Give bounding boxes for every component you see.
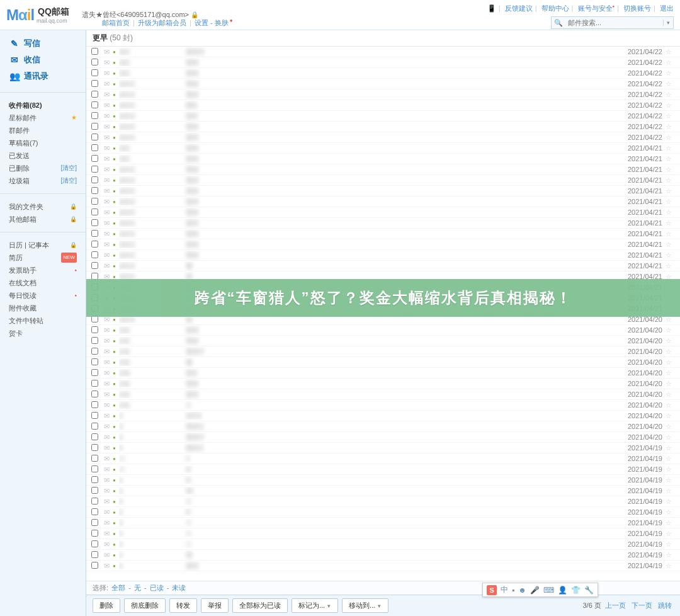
btn-delete[interactable]: 删除 <box>93 598 120 613</box>
row-checkbox[interactable] <box>91 155 98 162</box>
row-checkbox[interactable] <box>91 123 98 130</box>
search-dropdown-icon[interactable]: ▾ <box>663 20 673 26</box>
folder-item[interactable]: 文件中转站 <box>0 314 86 327</box>
ime-keyboard-icon[interactable]: ⌨ <box>543 586 554 595</box>
row-checkbox[interactable] <box>91 498 98 505</box>
mail-row[interactable]: ✉ ● y 晋M 2021/04/19 ☆ <box>86 561 680 571</box>
sel-unread[interactable]: 未读 <box>172 584 186 591</box>
row-checkbox[interactable] <box>91 241 98 248</box>
mail-row[interactable]: ✉ ● y ts 晋M 2021/04/20 ☆ <box>86 336 680 346</box>
mail-row[interactable]: ✉ ● y 2021/04/19 ☆ <box>86 539 680 550</box>
mail-row[interactable]: ✉ ● ycc s 晋M 2021/04/21 ☆ <box>86 250 680 261</box>
mail-row[interactable]: ✉ ● ycc s 晋H 2021/04/22 ☆ <box>86 111 680 122</box>
row-checkbox[interactable] <box>91 562 98 569</box>
star-icon[interactable]: ☆ <box>662 69 675 77</box>
mail-row[interactable]: ✉ ● ycc s 晋M 2021/04/21 ☆ <box>86 229 680 239</box>
star-icon[interactable]: ☆ <box>662 208 675 217</box>
star-icon[interactable]: ☆ <box>662 337 675 345</box>
btn-markas[interactable]: 标记为...▼ <box>292 598 338 613</box>
star-icon[interactable]: ☆ <box>662 551 675 559</box>
mail-row[interactable]: ✉ ● y 晋 2021/04/19 ☆ <box>86 550 680 561</box>
row-checkbox[interactable] <box>91 519 98 526</box>
mail-row[interactable]: ✉ ● ycc 晋M 2021/04/22 ☆ <box>86 68 680 79</box>
row-checkbox[interactable] <box>91 433 98 440</box>
folder-item[interactable]: 星标邮件★ <box>0 111 86 124</box>
mail-row[interactable]: ✉ ● ycc s 晋M 2021/04/21 ☆ <box>86 239 680 250</box>
mail-row[interactable]: ✉ ● y ts 晋M 2021/04/20 ☆ <box>86 389 680 400</box>
row-checkbox[interactable] <box>91 487 98 494</box>
folder-item[interactable]: 每日悦读● <box>0 289 86 302</box>
row-checkbox[interactable] <box>91 530 98 537</box>
mail-row[interactable]: ✉ ● ycc s 晋M 2021/04/22 ☆ <box>86 79 680 89</box>
star-icon[interactable]: ☆ <box>662 144 675 152</box>
link-upgrade[interactable]: 升级为邮箱会员 <box>138 19 186 26</box>
sel-read[interactable]: 已读 <box>150 584 164 591</box>
ime-face-icon[interactable]: ☻ <box>518 586 526 595</box>
star-icon[interactable]: ☆ <box>662 391 675 399</box>
ime-zhong[interactable]: 中 <box>501 585 508 595</box>
link-security[interactable]: 账号与安全 <box>578 4 613 12</box>
row-checkbox[interactable] <box>91 134 98 140</box>
side-action[interactable]: ✉收信 <box>0 52 86 68</box>
star-icon[interactable]: ☆ <box>662 455 675 463</box>
mail-row[interactable]: ✉ ● y ts 晋M 7 2021/04/20 ☆ <box>86 346 680 357</box>
link-home[interactable]: 邮箱首页 <box>102 19 130 26</box>
ime-toolbar[interactable]: S 中 ▪ ☻ 🎤 ⌨ 👤 👕 🔧 <box>482 583 598 597</box>
folder-item[interactable]: 垃圾箱[清空] <box>0 174 86 187</box>
row-checkbox[interactable] <box>91 326 98 333</box>
mail-row[interactable]: ✉ ● y ts 晋A 2021/04/20 ☆ <box>86 368 680 379</box>
star-icon[interactable]: ☆ <box>662 412 675 420</box>
folder-item[interactable]: 群邮件 <box>0 124 86 137</box>
mail-row[interactable]: ✉ ● ycc s 晋M 2021/04/21 ☆ <box>86 207 680 218</box>
mail-row[interactable]: ✉ ● ycc s 晋M 2021/04/22 ☆ <box>86 132 680 143</box>
mail-row[interactable]: ✉ ● ycc s 晋M 2021/04/21 ☆ <box>86 175 680 186</box>
row-checkbox[interactable] <box>91 476 98 483</box>
link-switch[interactable]: 切换账号 <box>623 4 651 12</box>
star-icon[interactable]: ☆ <box>662 112 675 120</box>
clear-link[interactable]: [清空] <box>60 176 77 186</box>
mail-row[interactable]: ✉ ● y D 2021/04/19 ☆ <box>86 475 680 486</box>
star-icon[interactable]: ☆ <box>662 498 675 506</box>
row-checkbox[interactable] <box>91 91 98 98</box>
star-icon[interactable]: ☆ <box>662 91 675 99</box>
row-checkbox[interactable] <box>91 508 98 515</box>
star-icon[interactable]: ☆ <box>662 166 675 174</box>
star-icon[interactable]: ☆ <box>662 326 675 334</box>
row-checkbox[interactable] <box>91 69 98 76</box>
row-checkbox[interactable] <box>91 80 98 87</box>
mail-row[interactable]: ✉ ● ycc s 晋M 2021/04/22 ☆ <box>86 122 680 132</box>
mail-row[interactable]: ✉ ● y 95 2021/04/19 ☆ <box>86 486 680 496</box>
row-checkbox[interactable] <box>91 166 98 173</box>
star-icon[interactable]: ☆ <box>662 219 675 227</box>
mail-row[interactable]: ✉ ● s JIY 5 2021/04/20 ☆ <box>86 411 680 421</box>
row-checkbox[interactable] <box>91 412 98 419</box>
folder-item[interactable]: 已发送 <box>0 149 86 162</box>
row-checkbox[interactable] <box>91 176 98 183</box>
star-icon[interactable]: ☆ <box>662 187 675 195</box>
row-checkbox[interactable] <box>91 380 98 387</box>
star-icon[interactable]: ☆ <box>662 508 675 516</box>
sel-none[interactable]: 无 <box>134 584 141 591</box>
row-checkbox[interactable] <box>91 262 98 269</box>
mail-row[interactable]: ✉ ● ycc 晋M 2021/04/22 ☆ <box>86 57 680 68</box>
row-checkbox[interactable] <box>91 187 98 194</box>
mail-row[interactable]: ✉ ● ycc s 晋M 2021/04/21 ☆ <box>86 218 680 229</box>
star-icon[interactable]: ☆ <box>662 476 675 484</box>
star-icon[interactable]: ☆ <box>662 80 675 88</box>
mail-row[interactable]: ✉ ● ycc 晋M 8 2021/04/22 ☆ <box>86 47 680 57</box>
ime-punct-icon[interactable]: ▪ <box>512 586 514 595</box>
group-header[interactable]: 更早 (50 封) <box>86 30 680 47</box>
search-bar[interactable]: 🔍 ▾ <box>551 16 674 29</box>
star-icon[interactable]: ☆ <box>662 348 675 356</box>
mail-row[interactable]: ✉ ● y 2021/04/19 ☆ <box>86 528 680 539</box>
star-icon[interactable]: ☆ <box>662 540 675 549</box>
ime-tool-icon[interactable]: 🔧 <box>584 586 594 595</box>
row-checkbox[interactable] <box>91 230 98 237</box>
star-icon[interactable]: ☆ <box>662 262 675 270</box>
star-icon[interactable]: ☆ <box>662 176 675 185</box>
row-checkbox[interactable] <box>91 348 98 355</box>
row-checkbox[interactable] <box>91 208 98 215</box>
btn-moveto[interactable]: 移动到...▼ <box>342 598 388 613</box>
star-icon[interactable]: ☆ <box>662 251 675 260</box>
ime-mic-icon[interactable]: 🎤 <box>530 586 540 595</box>
